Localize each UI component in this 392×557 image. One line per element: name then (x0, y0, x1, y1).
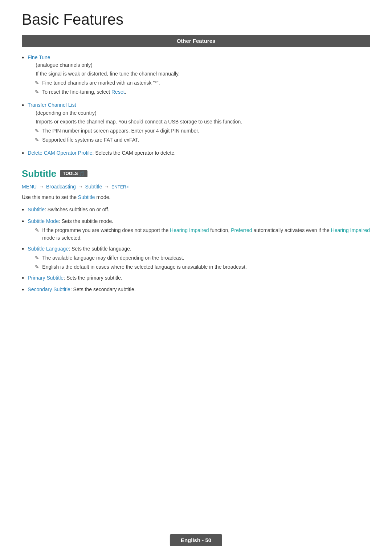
page-container: Basic Features Other Features • Fine Tun… (0, 0, 392, 326)
primary-subtitle-bullet: • (22, 274, 24, 283)
subtitle-mode-content: Subtitle Mode: Sets the subtitle mode. I… (28, 217, 370, 243)
transfer-note-text-2: Supported file systems are FAT and exFAT… (42, 136, 139, 144)
transfer-content: Transfer Channel List (depending on the … (28, 101, 242, 145)
note-icon-1 (35, 79, 39, 87)
fine-tune-description: If the signal is weak or distorted, fine… (36, 70, 180, 78)
subtitle-mode-link[interactable]: Subtitle Mode (28, 218, 59, 224)
bullet-dot: • (22, 53, 24, 62)
fine-tune-content: Fine Tune (analogue channels only) If th… (28, 53, 180, 97)
arrow-2: → (78, 184, 85, 190)
transfer-note-1: The PIN number input screen appears. Ent… (35, 127, 242, 135)
delete-cam-content: Delete CAM Operator Profile: Selects the… (28, 149, 176, 157)
subtitle-mode-bullet: • (22, 217, 24, 226)
secondary-subtitle-content: Secondary Subtitle: Sets the secondary s… (28, 285, 135, 293)
fine-tune-note-1: Fine tuned channels are marked with an a… (35, 79, 180, 87)
page-title: Basic Features (22, 11, 370, 28)
delete-cam-item: • Delete CAM Operator Profile: Selects t… (22, 149, 370, 158)
subtitle-heading-text: Subtitle (22, 168, 56, 179)
primary-subtitle-item: • Primary Subtitle: Sets the primary sub… (22, 274, 370, 283)
subtitle-bullet: • (22, 206, 24, 215)
hearing-impaired-link-2[interactable]: Hearing Impaired (331, 227, 370, 233)
note-icon-2 (35, 88, 39, 96)
note-icon-5 (35, 227, 39, 234)
preferred-link[interactable]: Preferred (231, 227, 252, 233)
tools-label: TOOLS (63, 171, 78, 176)
note-icon-7 (35, 263, 39, 271)
transfer-note-text-1: The PIN number input screen appears. Ent… (42, 127, 199, 135)
subtitle-language-note-2: English is the default in cases where th… (35, 263, 246, 271)
secondary-subtitle-desc: : Sets the secondary subtitle. (70, 286, 136, 292)
subtitle-language-desc: : Sets the subtitle language. (69, 246, 131, 252)
primary-subtitle-desc: : Sets the primary subtitle. (64, 275, 122, 281)
subtitle-language-item: • Subtitle Language: Sets the subtitle l… (22, 245, 370, 272)
subtitle-mode-item: • Subtitle Mode: Sets the subtitle mode.… (22, 217, 370, 243)
secondary-subtitle-bullet: • (22, 285, 24, 294)
section-header: Other Features (22, 35, 370, 47)
delete-cam-suffix: : Selects the CAM operator to delete. (93, 150, 176, 156)
note-icon-4 (35, 136, 39, 144)
primary-subtitle-content: Primary Subtitle: Sets the primary subti… (28, 274, 122, 282)
transfer-sub-label: (depending on the country) (36, 109, 242, 117)
fine-tune-item: • Fine Tune (analogue channels only) If … (22, 53, 370, 97)
secondary-subtitle-item: • Secondary Subtitle: Sets the secondary… (22, 285, 370, 294)
intro-text: Use this menu to set the Subtitle mode. (22, 193, 370, 201)
subtitle-mode-desc: : Sets the subtitle mode. (59, 218, 113, 224)
fine-tune-sub-label: (analogue channels only) (36, 61, 180, 69)
subtitle-mode-note: If the programme you are watching does n… (35, 227, 370, 242)
footer-label: English - 50 (170, 534, 222, 546)
note-icon-3 (35, 127, 39, 135)
tools-badge: TOOLS 🎵 (60, 170, 87, 177)
subtitle-language-note-1: The available language may differ depend… (35, 254, 246, 262)
broadcasting-link[interactable]: Broadcasting (46, 184, 76, 190)
subtitle-menu-link[interactable]: Subtitle (85, 184, 102, 190)
subtitle-content: Subtitle: Switches subtitles on or off. (28, 206, 109, 214)
subtitle-heading: Subtitle TOOLS 🎵 (22, 168, 370, 179)
transfer-channel-list-item: • Transfer Channel List (depending on th… (22, 101, 370, 145)
bullet-dot-3: • (22, 149, 24, 158)
subtitle-language-note-text-1: The available language may differ depend… (42, 254, 184, 262)
subtitle-link[interactable]: Subtitle (28, 207, 45, 212)
subtitle-language-link[interactable]: Subtitle Language (28, 246, 69, 252)
subtitle-language-bullet: • (22, 245, 24, 254)
subtitle-mode-note-text: If the programme you are watching does n… (42, 227, 370, 242)
menu-label: MENU (22, 184, 37, 190)
primary-subtitle-link[interactable]: Primary Subtitle (28, 275, 64, 281)
subtitle-intro-link[interactable]: Subtitle (78, 194, 95, 200)
transfer-channel-list-link[interactable]: Transfer Channel List (28, 102, 76, 108)
arrow-1: → (39, 184, 45, 190)
subtitle-language-content: Subtitle Language: Sets the subtitle lan… (28, 245, 246, 272)
enter-icon: ENTER↵ (111, 184, 130, 190)
arrow-3: → (104, 184, 111, 190)
reset-link[interactable]: Reset (111, 89, 125, 95)
secondary-subtitle-link[interactable]: Secondary Subtitle (28, 286, 70, 292)
fine-tune-note-text-2: To reset the fine-tuning, select Reset. (42, 88, 126, 96)
menu-path: MENU → Broadcasting → Subtitle → ENTER↵ (22, 184, 370, 190)
transfer-description: Imports or exports the channel map. You … (36, 118, 242, 126)
subtitle-desc: : Switches subtitles on or off. (45, 207, 109, 212)
bullet-dot-2: • (22, 101, 24, 110)
fine-tune-link[interactable]: Fine Tune (28, 54, 50, 60)
subtitle-item: • Subtitle: Switches subtitles on or off… (22, 206, 370, 215)
hearing-impaired-link-1[interactable]: Hearing Impaired (170, 227, 209, 233)
note-icon-6 (35, 254, 39, 262)
fine-tune-note-2: To reset the fine-tuning, select Reset. (35, 88, 180, 96)
subtitle-language-note-text-2: English is the default in cases where th… (42, 263, 246, 271)
tools-icon: 🎵 (79, 171, 85, 176)
delete-cam-link[interactable]: Delete CAM Operator Profile (28, 150, 92, 156)
transfer-note-2: Supported file systems are FAT and exFAT… (35, 136, 242, 144)
fine-tune-note-text-1: Fine tuned channels are marked with an a… (42, 79, 160, 87)
